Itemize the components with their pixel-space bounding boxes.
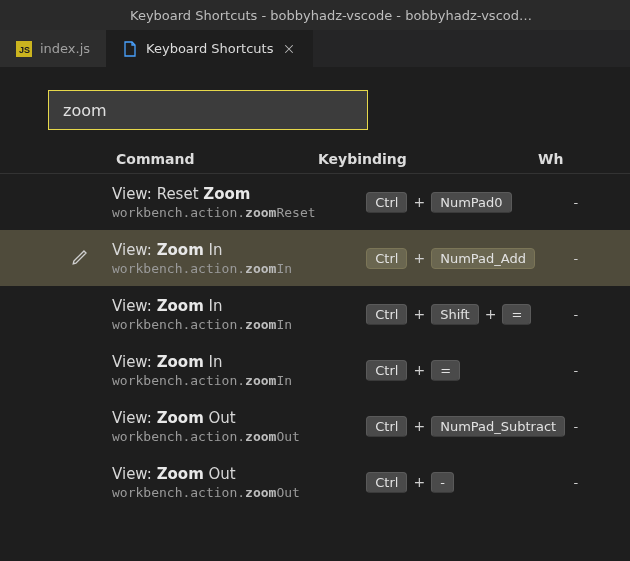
keybinding-cell: Ctrl+NumPad_Subtract	[366, 416, 573, 437]
tab-indexjs[interactable]: JS index.js	[0, 30, 106, 67]
row-gutter	[48, 248, 112, 269]
when-cell: -	[573, 475, 630, 490]
key: =	[502, 304, 531, 325]
when-cell: -	[573, 419, 630, 434]
when-cell: -	[573, 251, 630, 266]
command-id: workbench.action.zoomIn	[112, 373, 366, 388]
when-cell: -	[573, 307, 630, 322]
command-title: View: Zoom In	[112, 297, 366, 315]
plus-separator: +	[485, 306, 497, 322]
key: -	[431, 472, 454, 493]
svg-text:JS: JS	[19, 45, 30, 55]
col-when[interactable]: Wh	[538, 151, 598, 167]
js-file-icon: JS	[16, 41, 32, 57]
key: Ctrl	[366, 192, 407, 213]
keybinding-cell: Ctrl+Shift+=	[366, 304, 573, 325]
plus-separator: +	[413, 418, 425, 434]
col-command[interactable]: Command	[48, 151, 318, 167]
editor-body: Command Keybinding Wh View: Reset Zoomwo…	[0, 68, 630, 561]
tab-keyboard-shortcuts[interactable]: Keyboard Shortcuts	[106, 30, 313, 67]
command-cell: View: Zoom Outworkbench.action.zoomOut	[112, 465, 366, 500]
command-cell: View: Zoom Inworkbench.action.zoomIn	[112, 353, 366, 388]
command-cell: View: Zoom Inworkbench.action.zoomIn	[112, 297, 366, 332]
rows-container: View: Reset Zoomworkbench.action.zoomRes…	[0, 174, 630, 510]
key: Ctrl	[366, 304, 407, 325]
key: NumPad0	[431, 192, 511, 213]
command-cell: View: Zoom Inworkbench.action.zoomIn	[112, 241, 366, 276]
command-id: workbench.action.zoomIn	[112, 261, 366, 276]
tab-bar: JS index.js Keyboard Shortcuts	[0, 30, 630, 68]
key: Ctrl	[366, 360, 407, 381]
table-row[interactable]: View: Zoom Inworkbench.action.zoomInCtrl…	[0, 342, 630, 398]
key: Ctrl	[366, 416, 407, 437]
col-keybinding[interactable]: Keybinding	[318, 151, 538, 167]
window-title: Keyboard Shortcuts - bobbyhadz-vscode - …	[130, 8, 532, 23]
command-title: View: Zoom Out	[112, 465, 366, 483]
command-id: workbench.action.zoomOut	[112, 485, 366, 500]
table-row[interactable]: View: Zoom Outworkbench.action.zoomOutCt…	[0, 454, 630, 510]
table-row[interactable]: View: Zoom Inworkbench.action.zoomInCtrl…	[0, 230, 630, 286]
plus-separator: +	[413, 194, 425, 210]
command-title: View: Reset Zoom	[112, 185, 366, 203]
tab-label: index.js	[40, 41, 90, 56]
command-cell: View: Zoom Outworkbench.action.zoomOut	[112, 409, 366, 444]
keybinding-cell: Ctrl+=	[366, 360, 573, 381]
plus-separator: +	[413, 250, 425, 266]
key: NumPad_Subtract	[431, 416, 565, 437]
command-title: View: Zoom Out	[112, 409, 366, 427]
table-row[interactable]: View: Reset Zoomworkbench.action.zoomRes…	[0, 174, 630, 230]
command-title: View: Zoom In	[112, 353, 366, 371]
keybinding-cell: Ctrl+NumPad0	[366, 192, 573, 213]
key: NumPad_Add	[431, 248, 535, 269]
search-wrap	[0, 68, 630, 144]
file-icon	[122, 41, 138, 57]
table-row[interactable]: View: Zoom Inworkbench.action.zoomInCtrl…	[0, 286, 630, 342]
command-id: workbench.action.zoomIn	[112, 317, 366, 332]
search-input[interactable]	[48, 90, 368, 130]
key: Ctrl	[366, 248, 407, 269]
plus-separator: +	[413, 306, 425, 322]
command-id: workbench.action.zoomReset	[112, 205, 366, 220]
keybinding-cell: Ctrl+NumPad_Add	[366, 248, 573, 269]
command-cell: View: Reset Zoomworkbench.action.zoomRes…	[112, 185, 366, 220]
when-cell: -	[573, 363, 630, 378]
plus-separator: +	[413, 474, 425, 490]
when-cell: -	[573, 195, 630, 210]
close-icon[interactable]	[281, 41, 297, 57]
table-header: Command Keybinding Wh	[0, 144, 630, 174]
tab-label: Keyboard Shortcuts	[146, 41, 273, 56]
table-row[interactable]: View: Zoom Outworkbench.action.zoomOutCt…	[0, 398, 630, 454]
key: Ctrl	[366, 472, 407, 493]
key: Shift	[431, 304, 479, 325]
command-id: workbench.action.zoomOut	[112, 429, 366, 444]
edit-icon[interactable]	[71, 248, 89, 269]
key: =	[431, 360, 460, 381]
command-title: View: Zoom In	[112, 241, 366, 259]
keybinding-cell: Ctrl+-	[366, 472, 573, 493]
window-titlebar: Keyboard Shortcuts - bobbyhadz-vscode - …	[0, 0, 630, 30]
plus-separator: +	[413, 362, 425, 378]
